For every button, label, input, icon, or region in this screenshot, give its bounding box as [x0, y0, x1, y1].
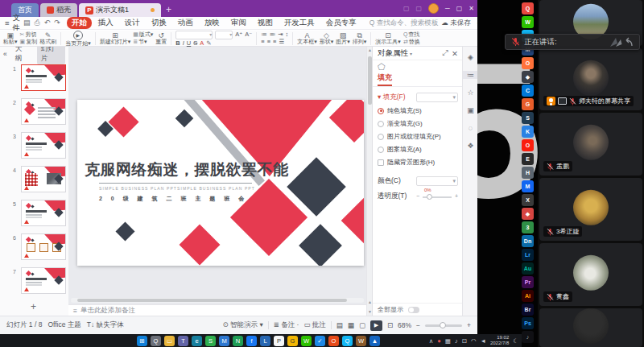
- smart-presentation[interactable]: ⊙ 智能演示 ▾: [223, 320, 263, 330]
- participant-tile[interactable]: 孟鹏: [539, 113, 642, 176]
- italic-button[interactable]: I: [183, 40, 184, 47]
- dock-icon-app-m2[interactable]: M: [522, 180, 534, 192]
- justify-icon[interactable]: ☰: [279, 39, 284, 45]
- layout-switch-icon[interactable]: ▢: [416, 5, 423, 12]
- fill-option[interactable]: 渐变填充(G): [373, 119, 463, 128]
- normal-view-icon[interactable]: ▤: [336, 321, 343, 329]
- zoom-slider[interactable]: [425, 324, 462, 327]
- taskbar-windows-start[interactable]: ⊞: [137, 336, 147, 346]
- slide-class-line[interactable]: 2 0 级 建 筑 二 班 主 题 班 会: [99, 195, 276, 203]
- skin-icon[interactable]: ▢: [403, 5, 410, 12]
- dark-diamond-shape[interactable]: [299, 224, 342, 266]
- show-all-toggle[interactable]: [408, 307, 419, 313]
- format-painter-button[interactable]: ✎格式刷: [39, 32, 56, 45]
- tray-mic[interactable]: ♪: [455, 337, 458, 345]
- indent-icon[interactable]: ⇥: [278, 31, 283, 38]
- plus-icon[interactable]: +: [455, 193, 458, 199]
- dock-icon-headset[interactable]: ♪: [522, 331, 534, 343]
- night-mode-icon[interactable]: ☾: [513, 337, 518, 345]
- slide-thumbnail[interactable]: [21, 132, 66, 159]
- dark-diamond-shape[interactable]: [115, 221, 134, 241]
- horizontal-scrollbar[interactable]: [71, 298, 364, 303]
- missing-font-warning[interactable]: T↓ 缺失字体: [87, 320, 124, 330]
- fill-option[interactable]: 图片或纹理填充(P): [373, 132, 463, 141]
- hamburger-icon[interactable]: ≡: [5, 19, 10, 27]
- font-size-select[interactable]: ▾: [215, 31, 233, 39]
- highlight-button[interactable]: ✎: [206, 40, 211, 47]
- color-dropdown[interactable]: ▾: [416, 176, 458, 186]
- increase-font-icon[interactable]: A⁺: [235, 31, 242, 38]
- bold-button[interactable]: B: [175, 40, 180, 47]
- tray-display[interactable]: ⊡: [462, 337, 467, 345]
- tray-volume[interactable]: ◄: [480, 337, 485, 345]
- dock-icon-epic[interactable]: E: [522, 153, 534, 165]
- dock-icon-app-3d[interactable]: 3: [522, 221, 534, 233]
- comments-toggle[interactable]: ▭ 批注: [303, 320, 325, 330]
- slide-thumbnail[interactable]: [21, 166, 66, 192]
- align-right-icon[interactable]: ≡: [273, 39, 276, 45]
- align-center-icon[interactable]: ≡: [267, 39, 270, 45]
- new-slide-button[interactable]: ⊞新建幻灯片▾: [100, 32, 131, 45]
- tab-slides[interactable]: 幻灯片: [37, 47, 65, 64]
- tray-wifi[interactable]: ◠: [471, 337, 477, 345]
- theme-name[interactable]: Office 主题: [47, 320, 80, 330]
- taskbar-app-green-2[interactable]: N: [233, 336, 243, 346]
- slide-canvas[interactable]: 克服网络痴迷，摆脱欲罢不能 SIMPLE BUSINESS PLAN PPTSI…: [68, 47, 366, 304]
- line-spacing-icon[interactable]: ↕: [286, 31, 289, 38]
- pin-icon[interactable]: ⤢: [442, 48, 448, 58]
- new-tab-button[interactable]: +: [166, 4, 171, 15]
- paste-button[interactable]: ▣粘贴▾: [3, 32, 18, 45]
- bullet-list-icon[interactable]: ≔: [261, 31, 267, 38]
- font-color-button[interactable]: A: [200, 40, 204, 47]
- picture-button[interactable]: ▨图片▾: [336, 32, 350, 45]
- transparency-slider[interactable]: − 0% +: [416, 192, 458, 200]
- dock-icon-steam[interactable]: S: [522, 112, 534, 124]
- font-family-select[interactable]: ▾: [175, 31, 213, 39]
- number-list-icon[interactable]: ≕: [270, 31, 276, 38]
- taskbar-app-w[interactable]: W: [356, 336, 366, 346]
- align-left-icon[interactable]: ≡: [261, 39, 264, 45]
- dock-icon-dimension[interactable]: Dn: [522, 235, 534, 247]
- participant-tile[interactable]: 黄鑫: [539, 243, 642, 306]
- star-icon[interactable]: ☆: [463, 89, 477, 97]
- menu-item[interactable]: 审阅: [226, 17, 251, 29]
- dock-icon-qq[interactable]: Q: [522, 2, 534, 14]
- minus-icon[interactable]: −: [416, 193, 419, 199]
- taskbar-app-l[interactable]: L: [260, 336, 270, 346]
- recommend-icon[interactable]: ◈: [463, 53, 477, 61]
- copy-button[interactable]: ▣复制: [20, 39, 38, 45]
- taskbar-wechat-desktop[interactable]: W: [301, 336, 312, 346]
- taskbar-search[interactable]: Q: [151, 336, 161, 346]
- tab-fill[interactable]: 填充: [378, 72, 392, 86]
- tray-chevron-up[interactable]: ∧: [429, 337, 434, 345]
- tab-docer[interactable]: 稻壳: [40, 3, 77, 17]
- add-slide-button[interactable]: +: [31, 301, 36, 312]
- menu-item[interactable]: 开发工具: [279, 17, 320, 29]
- slide-1[interactable]: 克服网络痴迷，摆脱欲罢不能 SIMPLE BUSINESS PLAN PPTSI…: [77, 100, 364, 266]
- find-button[interactable]: Q查找: [403, 31, 420, 38]
- dock-icon-lightroom[interactable]: Lr: [522, 249, 534, 261]
- print-icon[interactable]: ⎙: [35, 19, 40, 27]
- red-diamond-shape[interactable]: [329, 100, 364, 143]
- zoom-out-icon[interactable]: −: [416, 321, 420, 329]
- replace-button[interactable]: ⇄替换: [403, 39, 420, 45]
- maximize-button[interactable]: ▢: [456, 5, 463, 12]
- dock-icon-audition[interactable]: Au: [522, 262, 534, 275]
- taskbar-app-paw[interactable]: P: [274, 336, 284, 346]
- save-icon[interactable]: ▤: [23, 19, 31, 27]
- menu-item[interactable]: 动画: [173, 17, 198, 29]
- help-icon[interactable]: ❖: [463, 142, 477, 150]
- menu-item[interactable]: 切换: [147, 17, 171, 29]
- participant-tile[interactable]: 3希正婕: [539, 178, 642, 241]
- taskbar-file-explorer[interactable]: ▭: [164, 336, 175, 346]
- account-avatar[interactable]: [428, 3, 439, 14]
- play-from-current-button[interactable]: ▶当页开始▾: [65, 31, 91, 47]
- zoom-level[interactable]: 68%: [398, 321, 411, 329]
- fill-type-dropdown[interactable]: ▾: [416, 93, 458, 102]
- notes-bar[interactable]: ≡ 单击此处添加备注: [68, 304, 366, 316]
- participant-tile[interactable]: 师夫特的屏幕共享: [539, 48, 642, 110]
- redo-icon[interactable]: ↷: [54, 19, 60, 27]
- red-diamond-shape[interactable]: [341, 198, 364, 244]
- taskbar-app-check[interactable]: ✓: [315, 336, 325, 346]
- close-panel-icon[interactable]: ✕: [452, 49, 458, 58]
